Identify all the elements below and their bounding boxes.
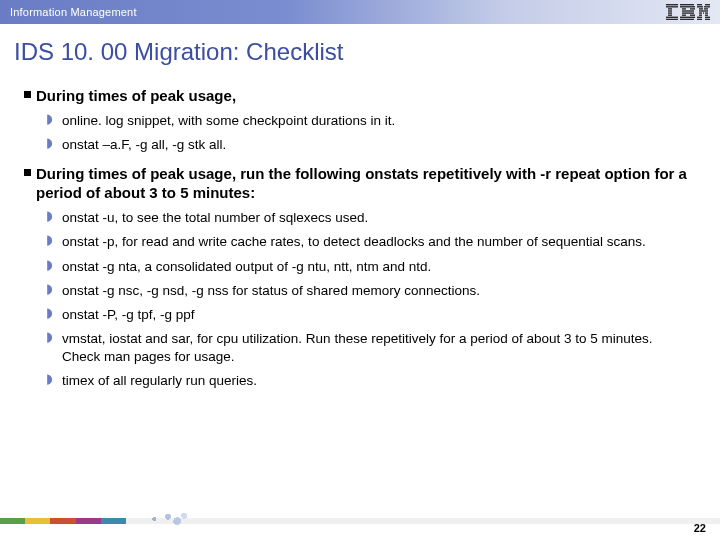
ibm-logo — [666, 4, 710, 20]
list-item: ◗ timex of all regularly run queries. — [46, 372, 700, 389]
arrow-bullet-icon: ◗ — [46, 112, 62, 129]
svg-rect-26 — [703, 12, 704, 13]
list-item-text: onstat -p, for read and write cache rate… — [62, 233, 654, 250]
footer-color-bar — [0, 518, 720, 524]
list-item: ◗ onstat -P, -g tpf, -g ppf — [46, 306, 700, 323]
svg-rect-14 — [682, 15, 686, 16]
svg-rect-31 — [705, 17, 710, 18]
list-item: ◗ online. log snippet, with some checkpo… — [46, 112, 700, 129]
square-bullet-icon — [20, 86, 34, 105]
content-area: During times of peak usage, ◗ online. lo… — [0, 76, 720, 540]
arrow-bullet-icon: ◗ — [46, 306, 62, 323]
svg-rect-24 — [699, 10, 708, 11]
section-heading: During times of peak usage, run the foll… — [20, 164, 700, 202]
svg-rect-4 — [668, 12, 672, 13]
svg-rect-33 — [705, 19, 710, 20]
svg-rect-27 — [705, 12, 708, 13]
svg-rect-29 — [705, 15, 708, 16]
footer-ornament-icon — [145, 508, 191, 530]
svg-rect-10 — [682, 8, 686, 9]
svg-rect-17 — [680, 19, 694, 20]
svg-rect-16 — [680, 17, 695, 18]
list-item-text: vmstat, iostat and sar, for cpu utilizat… — [62, 330, 700, 365]
svg-rect-30 — [697, 17, 702, 18]
svg-rect-9 — [680, 6, 695, 7]
page-title: IDS 10. 00 Migration: Checklist — [0, 24, 720, 76]
list-item: ◗ onstat -g nta, a consolidated output o… — [46, 258, 700, 275]
list-item-text: onstat –a.F, -g all, -g stk all. — [62, 136, 234, 153]
arrow-bullet-icon: ◗ — [46, 233, 62, 250]
svg-rect-1 — [666, 6, 678, 7]
svg-rect-19 — [705, 4, 710, 5]
svg-rect-25 — [699, 12, 702, 13]
svg-rect-2 — [668, 8, 672, 9]
list-item-text: timex of all regularly run queries. — [62, 372, 265, 389]
arrow-bullet-icon: ◗ — [46, 372, 62, 389]
svg-rect-11 — [690, 8, 695, 9]
list-item: ◗ onstat -p, for read and write cache ra… — [46, 233, 700, 250]
section-heading-text: During times of peak usage, run the foll… — [34, 164, 700, 202]
page-number: 22 — [694, 522, 706, 534]
svg-rect-28 — [699, 15, 702, 16]
svg-rect-15 — [690, 15, 695, 16]
svg-rect-0 — [666, 4, 678, 5]
svg-rect-20 — [697, 6, 703, 7]
svg-rect-21 — [704, 6, 710, 7]
list-item-text: onstat -u, to see the total number of sq… — [62, 209, 376, 226]
arrow-bullet-icon: ◗ — [46, 282, 62, 299]
svg-rect-13 — [682, 12, 694, 13]
svg-rect-22 — [699, 8, 703, 9]
section-heading-text: During times of peak usage, — [34, 86, 236, 105]
arrow-bullet-icon: ◗ — [46, 258, 62, 275]
list-item-text: onstat -P, -g tpf, -g ppf — [62, 306, 203, 323]
list-item-text: online. log snippet, with some checkpoin… — [62, 112, 403, 129]
svg-rect-6 — [666, 17, 678, 18]
list-item: ◗ onstat -u, to see the total number of … — [46, 209, 700, 226]
slide: Information Management — [0, 0, 720, 540]
header-bar: Information Management — [0, 0, 720, 24]
svg-rect-8 — [680, 4, 694, 5]
list-item-text: onstat -g nta, a consolidated output of … — [62, 258, 439, 275]
svg-rect-12 — [682, 10, 694, 11]
svg-rect-3 — [668, 10, 672, 11]
list-item: ◗ vmstat, iostat and sar, for cpu utiliz… — [46, 330, 700, 365]
svg-rect-23 — [704, 8, 708, 9]
list-item: ◗ onstat -g nsc, -g nsd, -g nss for stat… — [46, 282, 700, 299]
svg-rect-18 — [697, 4, 702, 5]
section-heading: During times of peak usage, — [20, 86, 700, 105]
header-label: Information Management — [10, 6, 137, 18]
footer: 22 — [0, 510, 720, 540]
svg-rect-32 — [697, 19, 702, 20]
arrow-bullet-icon: ◗ — [46, 209, 62, 226]
svg-rect-7 — [666, 19, 678, 20]
square-bullet-icon — [20, 164, 34, 202]
arrow-bullet-icon: ◗ — [46, 330, 62, 365]
arrow-bullet-icon: ◗ — [46, 136, 62, 153]
list-item-text: onstat -g nsc, -g nsd, -g nss for status… — [62, 282, 488, 299]
list-item: ◗ onstat –a.F, -g all, -g stk all. — [46, 136, 700, 153]
svg-rect-5 — [668, 15, 672, 16]
